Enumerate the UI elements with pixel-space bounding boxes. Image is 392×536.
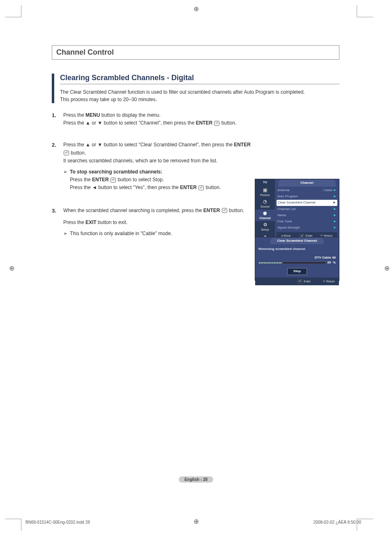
desc-line: The Clear Scrambled Channel function is … <box>60 88 339 96</box>
enter-icon: ⏎ <box>111 178 116 183</box>
subsection: Clearing Scrambled Channels - Digital Th… <box>52 74 339 103</box>
text: Press the <box>63 112 85 118</box>
step-1: 1. Press the MENU button to display the … <box>52 111 339 127</box>
step-number: 1. <box>52 111 63 127</box>
text: Press the <box>63 219 85 225</box>
footer-enter: ⏎ Enter <box>297 279 311 284</box>
footer-file: BN68-01514C-00Eng-0202.indd 28 <box>25 520 90 524</box>
page-badge: English - 28 <box>179 476 213 483</box>
text: button. <box>204 185 221 190</box>
step-body: When the scrambled channel searching is … <box>63 207 251 239</box>
enter-label: ENTER <box>92 177 109 183</box>
footer-timestamp: 2008-02-02 ¿ÀÈÄ 8:50:30 <box>314 520 361 524</box>
text: button to display the menu. <box>100 112 160 118</box>
text: Press the ▲ or ▼ button to select "Clear… <box>63 142 234 148</box>
stop-button[interactable]: Stop <box>287 268 307 275</box>
text: button. <box>228 208 244 213</box>
osd2-message: Removing scrambled channel. <box>258 247 336 252</box>
subsection-desc: The Clear Scrambled Channel function is … <box>60 88 339 103</box>
text: Press the ▲ or ▼ button to select "Chann… <box>63 120 196 126</box>
text: It searches scrambled channels, which ar… <box>63 157 251 165</box>
enter-label: ENTER <box>203 208 220 213</box>
registration-icon: ⊕ <box>9 264 14 272</box>
text: When the scrambled channel searching is … <box>63 208 203 213</box>
step-number: 2. <box>52 141 63 192</box>
enter-icon: ⏎ <box>222 208 227 213</box>
sound-icon: ◔ <box>255 199 275 204</box>
registration-icon: ⊕ <box>194 5 199 13</box>
text: button. <box>69 150 86 156</box>
step-body: Press the ▲ or ▼ button to select "Clear… <box>63 141 251 192</box>
note-title: To stop searching scrambled channels: <box>70 168 251 176</box>
osd2-title: Clear Scrambled Channel <box>270 238 324 244</box>
menu-auto-program[interactable]: Auto Program► <box>277 194 337 200</box>
progress-percent: 35 % <box>327 260 336 266</box>
exit-label: EXIT <box>85 219 97 225</box>
registration-icon: ⊕ <box>194 518 199 525</box>
enter-label: ENTER <box>196 120 212 126</box>
enter-icon: ⏎ <box>64 150 69 155</box>
osd2-channel: DTV Cable 40 <box>258 255 336 261</box>
osd2-footer: ⏎ Enter ↶ Return <box>255 277 339 285</box>
crop-mark <box>5 5 21 17</box>
text: Press the <box>70 177 92 183</box>
text: button to select Stop. <box>116 177 164 183</box>
step-number: 3. <box>52 207 63 239</box>
step-body: Press the MENU button to display the men… <box>63 111 251 127</box>
footer-return: ↶ Return <box>323 279 335 284</box>
osd-clear-scrambled: Clear Scrambled Channel Removing scrambl… <box>255 237 339 281</box>
crop-mark <box>357 5 373 17</box>
note-icon: ➢ <box>63 230 70 238</box>
text: button to exit. <box>97 219 127 225</box>
progress-fill <box>259 262 282 263</box>
registration-icon: ⊕ <box>384 264 390 272</box>
note-text: This function is only available in "Cabl… <box>70 230 251 238</box>
enter-icon: ⏎ <box>198 185 204 190</box>
text: button. <box>220 120 236 126</box>
enter-label: ENTER <box>180 185 197 190</box>
enter-icon: ⏎ <box>214 121 219 126</box>
section-title-box: Channel Control <box>52 45 339 60</box>
arrow-icon: ► <box>333 200 336 206</box>
menu-clear-scrambled[interactable]: Clear Scrambled Channel► <box>277 200 337 206</box>
crop-mark <box>5 519 21 531</box>
step-3: 3. When the scrambled channel searching … <box>52 207 339 239</box>
note-icon: ➢ <box>63 168 70 192</box>
desc-line: This process may take up to 20~30 minute… <box>60 96 339 103</box>
subsection-title: Clearing Scrambled Channels - Digital <box>60 74 339 84</box>
text: Press the ◄ button to select "Yes", then… <box>70 185 180 190</box>
progress-bar <box>258 262 326 264</box>
section-title: Channel Control <box>56 48 114 56</box>
menu-label: MENU <box>85 112 100 118</box>
arrow-icon: ► <box>333 194 337 199</box>
step-2: 2. Press the ▲ or ▼ button to select "Cl… <box>52 141 339 192</box>
enter-label: ENTER <box>234 142 251 148</box>
